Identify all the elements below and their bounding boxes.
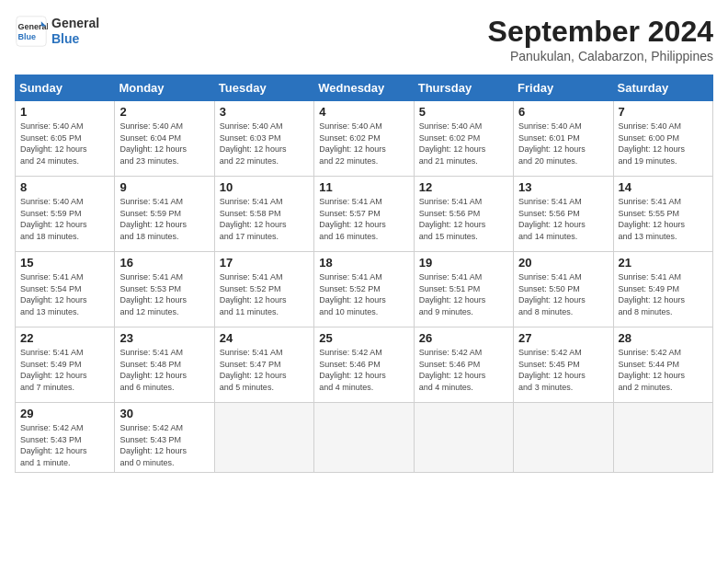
day-info: Sunrise: 5:41 AM Sunset: 5:54 PM Dayligh… bbox=[20, 271, 109, 317]
day-number: 5 bbox=[419, 105, 508, 119]
day-info: Sunrise: 5:40 AM Sunset: 6:00 PM Dayligh… bbox=[619, 121, 708, 167]
day-info: Sunrise: 5:41 AM Sunset: 5:51 PM Dayligh… bbox=[419, 271, 508, 317]
day-info: Sunrise: 5:41 AM Sunset: 5:56 PM Dayligh… bbox=[419, 196, 508, 242]
day-info: Sunrise: 5:41 AM Sunset: 5:52 PM Dayligh… bbox=[220, 271, 309, 317]
calendar-title: September 2024 bbox=[488, 15, 713, 49]
weekday-header-saturday: Saturday bbox=[613, 75, 712, 101]
day-number: 10 bbox=[220, 180, 309, 194]
day-info: Sunrise: 5:41 AM Sunset: 5:49 PM Dayligh… bbox=[20, 347, 109, 393]
weekday-header-thursday: Thursday bbox=[414, 75, 513, 101]
day-number: 6 bbox=[518, 105, 608, 119]
calendar-cell: 15Sunrise: 5:41 AM Sunset: 5:54 PM Dayli… bbox=[16, 252, 115, 327]
calendar-table: SundayMondayTuesdayWednesdayThursdayFrid… bbox=[15, 75, 713, 473]
svg-text:Blue: Blue bbox=[18, 32, 37, 41]
day-number: 29 bbox=[20, 407, 109, 420]
day-number: 27 bbox=[518, 331, 608, 345]
day-info: Sunrise: 5:41 AM Sunset: 5:56 PM Dayligh… bbox=[518, 196, 608, 242]
calendar-cell: 7Sunrise: 5:40 AM Sunset: 6:00 PM Daylig… bbox=[613, 101, 712, 177]
calendar-cell bbox=[613, 403, 712, 473]
calendar-week-row: 22Sunrise: 5:41 AM Sunset: 5:49 PM Dayli… bbox=[16, 327, 713, 403]
day-number: 16 bbox=[119, 256, 209, 270]
calendar-week-row: 15Sunrise: 5:41 AM Sunset: 5:54 PM Dayli… bbox=[16, 252, 713, 327]
day-number: 3 bbox=[220, 105, 309, 119]
calendar-cell: 17Sunrise: 5:41 AM Sunset: 5:52 PM Dayli… bbox=[214, 252, 313, 327]
calendar-cell: 11Sunrise: 5:41 AM Sunset: 5:57 PM Dayli… bbox=[314, 177, 414, 252]
calendar-cell: 24Sunrise: 5:41 AM Sunset: 5:47 PM Dayli… bbox=[214, 327, 313, 403]
day-number: 18 bbox=[319, 256, 408, 270]
logo-text-line2: Blue bbox=[51, 31, 99, 47]
day-number: 21 bbox=[619, 256, 708, 270]
calendar-cell: 10Sunrise: 5:41 AM Sunset: 5:58 PM Dayli… bbox=[214, 177, 313, 252]
page-header: General Blue General Blue September 2024… bbox=[15, 15, 713, 63]
day-info: Sunrise: 5:42 AM Sunset: 5:43 PM Dayligh… bbox=[119, 422, 209, 468]
calendar-cell: 23Sunrise: 5:41 AM Sunset: 5:48 PM Dayli… bbox=[115, 327, 214, 403]
logo-icon: General Blue bbox=[15, 15, 48, 48]
day-info: Sunrise: 5:41 AM Sunset: 5:57 PM Dayligh… bbox=[319, 196, 408, 242]
title-section: September 2024 Panukulan, Calabarzon, Ph… bbox=[488, 15, 713, 63]
day-number: 9 bbox=[119, 180, 209, 194]
day-info: Sunrise: 5:42 AM Sunset: 5:45 PM Dayligh… bbox=[518, 347, 608, 393]
day-number: 13 bbox=[518, 180, 608, 194]
day-info: Sunrise: 5:41 AM Sunset: 5:59 PM Dayligh… bbox=[119, 196, 209, 242]
day-info: Sunrise: 5:40 AM Sunset: 6:05 PM Dayligh… bbox=[20, 121, 109, 167]
day-number: 14 bbox=[619, 180, 708, 194]
day-info: Sunrise: 5:40 AM Sunset: 5:59 PM Dayligh… bbox=[20, 196, 109, 242]
weekday-header-wednesday: Wednesday bbox=[314, 75, 414, 101]
calendar-cell: 21Sunrise: 5:41 AM Sunset: 5:49 PM Dayli… bbox=[613, 252, 712, 327]
calendar-cell: 20Sunrise: 5:41 AM Sunset: 5:50 PM Dayli… bbox=[514, 252, 613, 327]
day-info: Sunrise: 5:40 AM Sunset: 6:03 PM Dayligh… bbox=[220, 121, 309, 167]
calendar-cell: 13Sunrise: 5:41 AM Sunset: 5:56 PM Dayli… bbox=[514, 177, 613, 252]
day-info: Sunrise: 5:41 AM Sunset: 5:47 PM Dayligh… bbox=[220, 347, 309, 393]
day-info: Sunrise: 5:42 AM Sunset: 5:44 PM Dayligh… bbox=[619, 347, 708, 393]
day-number: 7 bbox=[619, 105, 708, 119]
day-info: Sunrise: 5:42 AM Sunset: 5:43 PM Dayligh… bbox=[20, 422, 109, 468]
day-number: 11 bbox=[319, 180, 408, 194]
day-number: 24 bbox=[220, 331, 309, 345]
calendar-cell: 5Sunrise: 5:40 AM Sunset: 6:02 PM Daylig… bbox=[414, 101, 513, 177]
calendar-cell: 30Sunrise: 5:42 AM Sunset: 5:43 PM Dayli… bbox=[115, 403, 214, 473]
day-number: 20 bbox=[518, 256, 608, 270]
calendar-cell bbox=[414, 403, 513, 473]
calendar-cell bbox=[214, 403, 313, 473]
weekday-header-friday: Friday bbox=[514, 75, 613, 101]
calendar-cell: 18Sunrise: 5:41 AM Sunset: 5:52 PM Dayli… bbox=[314, 252, 414, 327]
calendar-cell: 6Sunrise: 5:40 AM Sunset: 6:01 PM Daylig… bbox=[514, 101, 613, 177]
calendar-week-row: 29Sunrise: 5:42 AM Sunset: 5:43 PM Dayli… bbox=[16, 403, 713, 473]
day-info: Sunrise: 5:41 AM Sunset: 5:58 PM Dayligh… bbox=[220, 196, 309, 242]
day-info: Sunrise: 5:41 AM Sunset: 5:55 PM Dayligh… bbox=[619, 196, 708, 242]
day-number: 17 bbox=[220, 256, 309, 270]
day-info: Sunrise: 5:42 AM Sunset: 5:46 PM Dayligh… bbox=[419, 347, 508, 393]
calendar-cell: 3Sunrise: 5:40 AM Sunset: 6:03 PM Daylig… bbox=[214, 101, 313, 177]
calendar-cell: 26Sunrise: 5:42 AM Sunset: 5:46 PM Dayli… bbox=[414, 327, 513, 403]
logo-text-line1: General bbox=[51, 16, 99, 31]
calendar-cell: 1Sunrise: 5:40 AM Sunset: 6:05 PM Daylig… bbox=[16, 101, 115, 177]
calendar-cell bbox=[514, 403, 613, 473]
day-info: Sunrise: 5:41 AM Sunset: 5:52 PM Dayligh… bbox=[319, 271, 408, 317]
day-number: 15 bbox=[20, 256, 109, 270]
day-number: 22 bbox=[20, 331, 109, 345]
calendar-cell: 27Sunrise: 5:42 AM Sunset: 5:45 PM Dayli… bbox=[514, 327, 613, 403]
calendar-cell: 12Sunrise: 5:41 AM Sunset: 5:56 PM Dayli… bbox=[414, 177, 513, 252]
calendar-cell: 2Sunrise: 5:40 AM Sunset: 6:04 PM Daylig… bbox=[115, 101, 214, 177]
day-info: Sunrise: 5:41 AM Sunset: 5:49 PM Dayligh… bbox=[619, 271, 708, 317]
calendar-week-row: 8Sunrise: 5:40 AM Sunset: 5:59 PM Daylig… bbox=[16, 177, 713, 252]
day-info: Sunrise: 5:40 AM Sunset: 6:01 PM Dayligh… bbox=[518, 121, 608, 167]
calendar-cell: 4Sunrise: 5:40 AM Sunset: 6:02 PM Daylig… bbox=[314, 101, 414, 177]
day-number: 23 bbox=[119, 331, 209, 345]
day-info: Sunrise: 5:40 AM Sunset: 6:04 PM Dayligh… bbox=[119, 121, 209, 167]
calendar-cell: 28Sunrise: 5:42 AM Sunset: 5:44 PM Dayli… bbox=[613, 327, 712, 403]
weekday-header-sunday: Sunday bbox=[16, 75, 115, 101]
day-info: Sunrise: 5:41 AM Sunset: 5:53 PM Dayligh… bbox=[119, 271, 209, 317]
calendar-subtitle: Panukulan, Calabarzon, Philippines bbox=[488, 49, 713, 63]
day-number: 25 bbox=[319, 331, 408, 345]
day-number: 19 bbox=[419, 256, 508, 270]
day-info: Sunrise: 5:40 AM Sunset: 6:02 PM Dayligh… bbox=[319, 121, 408, 167]
logo: General Blue General Blue bbox=[15, 15, 99, 48]
calendar-cell: 14Sunrise: 5:41 AM Sunset: 5:55 PM Dayli… bbox=[613, 177, 712, 252]
day-number: 30 bbox=[119, 407, 209, 420]
weekday-header-row: SundayMondayTuesdayWednesdayThursdayFrid… bbox=[16, 75, 713, 101]
calendar-cell: 9Sunrise: 5:41 AM Sunset: 5:59 PM Daylig… bbox=[115, 177, 214, 252]
calendar-week-row: 1Sunrise: 5:40 AM Sunset: 6:05 PM Daylig… bbox=[16, 101, 713, 177]
day-number: 4 bbox=[319, 105, 408, 119]
day-info: Sunrise: 5:40 AM Sunset: 6:02 PM Dayligh… bbox=[419, 121, 508, 167]
